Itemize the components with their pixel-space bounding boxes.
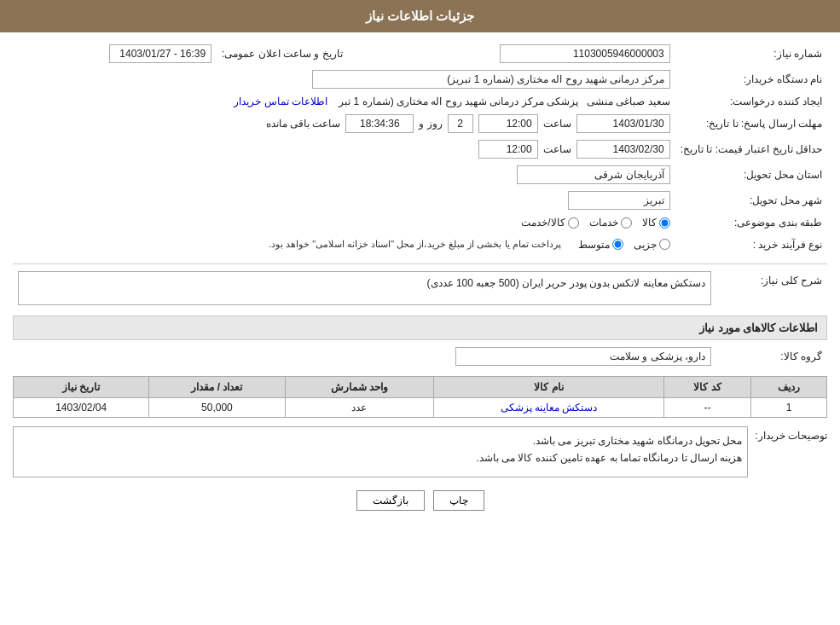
price-date: 1403/02/30 (576, 140, 670, 159)
description-value: دستکش معاینه لاتکس بدون پودر حریر ایران … (18, 271, 711, 305)
cell-row-num: 1 (751, 398, 827, 418)
send-time: 12:00 (478, 114, 538, 133)
category-label: طبقه بندی موضوعی: (675, 213, 827, 232)
province-value: آذربایجان شرقی (517, 165, 670, 184)
col-unit: واحد شمارش (285, 377, 433, 398)
requester-position: پزشکی مرکز درمانی شهید روح اله مختاری (ش… (339, 95, 578, 107)
city-label: شهر محل تحویل: (675, 188, 827, 213)
buyer-notes-label: توصیحات خریدار: (755, 426, 827, 442)
send-remaining-label: ساعت باقی مانده (266, 118, 341, 130)
col-name: نام کالا (433, 377, 663, 398)
send-date: 1403/01/30 (576, 114, 670, 133)
category-kala-label: کالا (642, 217, 657, 229)
price-time: 12:00 (478, 140, 538, 159)
process-jazii-label: جزیی (634, 239, 657, 251)
col-row: ردیف (751, 377, 827, 398)
print-button[interactable]: چاپ (433, 490, 484, 511)
category-khadamat-label: خدمات (589, 217, 618, 229)
cell-product-code: -- (664, 398, 751, 418)
requester-label: ایجاد کننده درخواست: (675, 92, 827, 111)
items-table: ردیف کد کالا نام کالا واحد شمارش تعداد /… (13, 376, 827, 418)
price-time-label: ساعت (543, 143, 571, 155)
category-kala-khadamat[interactable]: کالا/خدمت (521, 217, 578, 229)
send-deadline-label: مهلت ارسال پاسخ: تا تاریخ: (675, 111, 827, 136)
category-khadamat[interactable]: خدمات (589, 217, 632, 229)
process-motavaset-label: متوسط (578, 239, 610, 251)
cell-quantity: 50,000 (149, 398, 285, 418)
page-header: جزئیات اطلاعات نیاز (0, 0, 840, 32)
buyer-org-value: مرکز درمانی شهید روح اله مختاری (شماره 1… (312, 70, 670, 89)
description-label: شرح کلی نیاز: (716, 268, 827, 309)
send-days: 2 (448, 114, 473, 133)
buyer-notes-box: محل تحویل درمانگاه شهید مختاری تبریز می … (13, 426, 748, 477)
process-jazii[interactable]: جزیی (634, 239, 670, 251)
back-button[interactable]: بازگشت (356, 490, 425, 511)
buyer-notes-line1: محل تحویل درمانگاه شهید مختاری تبریز می … (19, 432, 742, 449)
send-remaining-unit: روز و (419, 118, 442, 130)
announce-date-label: تاریخ و ساعت اعلان عمومی: (217, 41, 348, 67)
process-label: نوع فرآیند خرید : (675, 232, 827, 257)
items-title: اطلاعات کالاهای مورد نیاز (13, 315, 827, 340)
category-kala[interactable]: کالا (642, 217, 670, 229)
goods-group-value: دارو، پزشکی و سلامت (455, 347, 711, 366)
province-label: استان محل تحویل: (675, 162, 827, 188)
buyer-notes-line2: هزینه ارسال تا درمانگاه تماما به عهده تا… (19, 449, 742, 466)
page-title: جزئیات اطلاعات نیاز (366, 9, 474, 23)
process-note: پرداخت تمام یا بخشی از مبلغ خرید،از محل … (269, 235, 561, 253)
process-motavaset[interactable]: متوسط (578, 239, 623, 251)
col-date: تاریخ نیاز (14, 377, 149, 398)
price-validity-label: حداقل تاریخ اعتبار قیمت: تا تاریخ: (675, 136, 827, 162)
col-code: کد کالا (664, 377, 751, 398)
send-time-label: ساعت (543, 118, 571, 130)
cell-unit: عدد (285, 398, 433, 418)
category-kala-khadamat-label: کالا/خدمت (521, 217, 565, 229)
table-row: 1 -- دستکش معاینه پزشکی عدد 50,000 1403/… (14, 398, 827, 418)
send-remaining-time: 18:34:36 (345, 114, 414, 133)
buyer-org-label: نام دستگاه خریدار: (675, 67, 827, 92)
requester-name: سعید صباغی منشی (587, 95, 670, 107)
cell-need-date: 1403/02/04 (14, 398, 149, 418)
city-value: تبریز (568, 191, 670, 210)
need-number-value: 1103005946000003 (500, 44, 670, 63)
requester-contact-link[interactable]: اطلاعات تماس خریدار (234, 95, 327, 107)
need-number-label: شماره نیاز: (675, 41, 827, 67)
cell-product-name[interactable]: دستکش معاینه پزشکی (433, 398, 663, 418)
goods-group-label: گروه کالا: (716, 344, 827, 369)
announce-date-value: 1403/01/27 - 16:39 (109, 44, 211, 63)
col-qty: تعداد / مقدار (149, 377, 285, 398)
